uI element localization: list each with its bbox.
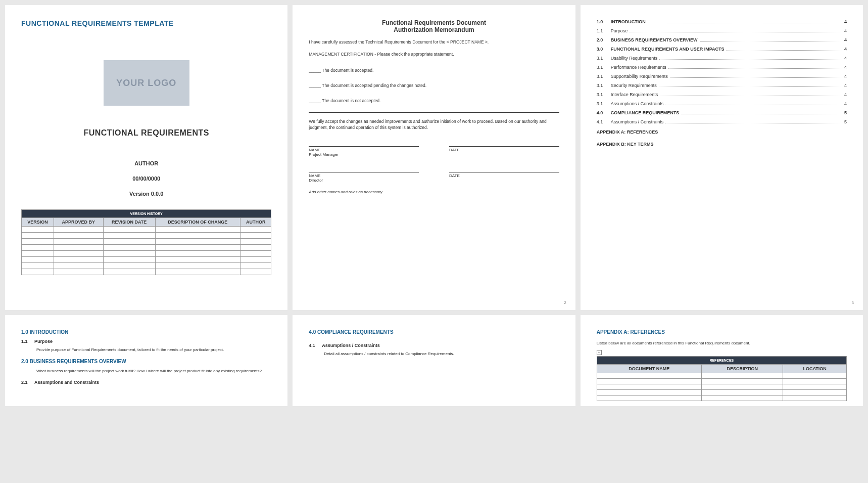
toc-entry: 3.1Security Requirements4 (597, 83, 847, 88)
check-option-1: The document is accepted. (309, 68, 559, 73)
table-row (597, 390, 846, 396)
appendix-b: APPENDIX B: KEY TERMS (597, 142, 847, 147)
table-row (597, 396, 846, 401)
check-option-3: The document is not accepted. (309, 98, 559, 103)
toc-entry: 3.0FUNCTIONAL REQUIREMENTS AND USER IMPA… (597, 47, 847, 52)
toc-entry: 3.1Assumptions / Constraints4 (597, 101, 847, 106)
compliance-text: Detail all assumptions / constraints rel… (324, 351, 559, 357)
page-1-cover: FUNCTIONAL REQUIREMENTS TEMPLATE YOUR LO… (5, 5, 287, 310)
toc-entry: 2.0BUSINESS REQUIREMENTS OVERVIEW4 (597, 37, 847, 42)
sig-date-label: DATE (449, 172, 559, 178)
sig-name-label: NAME (309, 146, 419, 152)
toc-entry: 3.1Interface Requirements4 (597, 92, 847, 97)
version-field: Version 0.0.0 (21, 191, 271, 197)
page-number: 2 (564, 300, 566, 305)
expand-icon[interactable]: + (597, 350, 602, 355)
toc-entry: 3.1Performance Requirements4 (597, 65, 847, 70)
sig-role-director: Director (309, 178, 419, 183)
template-title: FUNCTIONAL REQUIREMENTS TEMPLATE (21, 19, 271, 27)
references-table: REFERENCES DOCUMENT NAME DESCRIPTION LOC… (597, 356, 847, 401)
version-history-table: VERSION HISTORY VERSION APPROVED BY REVI… (21, 209, 271, 275)
references-note: Listed below are all documents reference… (597, 341, 847, 345)
acceptance-text: We fully accept the changes as needed im… (309, 119, 559, 131)
auth-title-2: Authorization Memorandum (309, 26, 559, 33)
page-2-authorization: Functional Requirements Document Authori… (293, 5, 575, 310)
appendix-a-title: APPENDIX A: REFERENCES (597, 329, 847, 335)
ref-col-loc: LOCATION (783, 365, 847, 373)
table-row (22, 245, 271, 251)
table-row (22, 227, 271, 233)
page-4-intro: 1.0 INTRODUCTION 1.1Purpose Provide purp… (5, 315, 287, 406)
toc-entry: 1.1Purpose4 (597, 28, 847, 33)
date-field: 00/00/0000 (21, 175, 271, 182)
toc-entry: 3.1Supportability Requirements4 (597, 74, 847, 79)
table-row (22, 257, 271, 263)
section-4: 4.0 COMPLIANCE REQUIREMENTS (309, 329, 559, 335)
table-row (22, 239, 271, 245)
toc-entry: 1.0INTRODUCTION4 (597, 19, 847, 24)
table-row (597, 384, 846, 390)
auth-cert: MANAGEMENT CERTIFICATION - Please check … (309, 52, 559, 58)
logo-placeholder: YOUR LOGO (104, 60, 189, 106)
vh-col-author: AUTHOR (240, 218, 271, 227)
page-number: 3 (852, 300, 854, 305)
toc-entry: 4.0COMPLIANCE REQUIREMENTS5 (597, 110, 847, 115)
ref-title: REFERENCES (597, 357, 846, 365)
ref-col-desc: DESCRIPTION (701, 365, 783, 373)
vh-col-version: VERSION (22, 218, 54, 227)
vh-col-revdate: REVISION DATE (103, 218, 155, 227)
sig-note: Add other names and roles as necessary. (309, 190, 559, 194)
subsection-1-1: 1.1Purpose (21, 339, 271, 344)
doc-heading: FUNCTIONAL REQUIREMENTS (21, 128, 271, 138)
business-req-text: What business requirements will the proj… (36, 368, 271, 374)
page-3-toc: 1.0INTRODUCTION41.1Purpose42.0BUSINESS R… (581, 5, 863, 310)
auth-intro: I have carefully assessed the Technical … (309, 39, 559, 46)
table-row (22, 269, 271, 275)
signature-block-2: NAMEDirector DATE (309, 172, 559, 183)
page-5-compliance: 4.0 COMPLIANCE REQUIREMENTS 4.1Assumptio… (293, 315, 575, 406)
table-row (22, 263, 271, 269)
table-row (22, 233, 271, 239)
section-2: 2.0 BUSINESS REQUIREMENTS OVERVIEW (21, 359, 271, 364)
vh-col-approved: APPROVED BY (54, 218, 104, 227)
auth-title-1: Functional Requirements Document (309, 19, 559, 26)
subsection-4-1: 4.1Assumptions / Constraints (309, 343, 559, 348)
vh-col-desc: DESCRIPTION OF CHANGE (155, 218, 240, 227)
signature-block-1: NAMEProject Manager DATE (309, 146, 559, 157)
vh-title: VERSION HISTORY (22, 210, 271, 218)
divider (309, 112, 559, 113)
check-option-2: The document is accepted pending the cha… (309, 83, 559, 88)
table-row (22, 251, 271, 257)
purpose-text: Provide purpose of Functional Requiremen… (36, 347, 271, 353)
sig-name-label: NAME (309, 172, 419, 178)
toc-entry: 3.1Usability Requirements4 (597, 56, 847, 61)
table-row (597, 379, 846, 384)
ref-col-name: DOCUMENT NAME (597, 365, 701, 373)
appendix-a: APPENDIX A: REFERENCES (597, 129, 847, 135)
subsection-2-1: 2.1Assumptions and Constraints (21, 380, 271, 385)
sig-date-label: DATE (449, 146, 559, 152)
author-field: AUTHOR (21, 160, 271, 166)
section-1: 1.0 INTRODUCTION (21, 329, 271, 335)
toc-entry: 4.1Assumptions / Constraints5 (597, 119, 847, 124)
sig-role-pm: Project Manager (309, 152, 419, 157)
table-row (597, 373, 846, 379)
page-6-references: APPENDIX A: REFERENCES Listed below are … (581, 315, 863, 406)
